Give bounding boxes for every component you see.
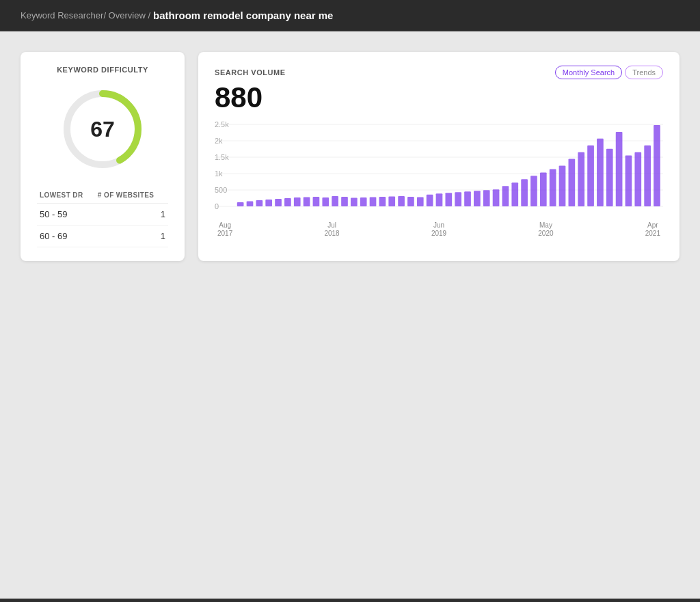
dr-col2-header: # OF WEBSITES: [95, 187, 168, 204]
chart-area: 2.5k 2k 1.5k 1k 500 0 Aug2017 Jul2018 Ju…: [215, 122, 663, 231]
chart-x-labels: Aug2017 Jul2018 Jun2019 May2020 Apr2021: [215, 221, 663, 238]
search-volume-card: SEARCH VOLUME Monthly Search Trends 880: [198, 52, 679, 261]
bar: [265, 200, 272, 206]
svg-text:2k: 2k: [215, 138, 223, 145]
bar: [569, 159, 576, 206]
keyword-difficulty-card: KEYWORD DIFFICULTY 67 LOWEST DR # OF WEB…: [21, 52, 185, 261]
bar: [540, 173, 547, 207]
bar: [625, 156, 632, 206]
bar: [284, 198, 291, 206]
bar: [483, 190, 490, 206]
bar: [474, 191, 481, 206]
main-content: KEYWORD DIFFICULTY 67 LOWEST DR # OF WEB…: [0, 31, 700, 599]
bar: [256, 200, 262, 206]
bar-chart: 2.5k 2k 1.5k 1k 500 0: [215, 122, 663, 217]
sv-number: 880: [215, 82, 663, 113]
gauge-svg: 67: [58, 85, 147, 174]
bar: [654, 125, 660, 206]
bar: [351, 198, 358, 206]
breadcrumb-bar: Keyword Researcher/ Overview / bathroom …: [0, 0, 700, 31]
bar: [417, 197, 424, 206]
widgets-row: KEYWORD DIFFICULTY 67 LOWEST DR # OF WEB…: [21, 52, 679, 261]
bar: [313, 197, 320, 206]
bar: [388, 197, 395, 206]
gauge-container: 67: [37, 85, 168, 174]
svg-text:1.5k: 1.5k: [215, 154, 229, 161]
sv-header: SEARCH VOLUME Monthly Search Trends: [215, 66, 663, 79]
chart-label-1: Jul2018: [324, 221, 339, 238]
bar: [445, 193, 452, 206]
dr-table: LOWEST DR # OF WEBSITES 50 - 59 1 60 - 6…: [37, 187, 168, 247]
bar: [502, 186, 509, 206]
bar: [407, 197, 414, 206]
sv-title: SEARCH VOLUME: [215, 68, 286, 77]
bar: [521, 180, 528, 207]
kd-score: 67: [90, 117, 115, 141]
breadcrumb-keyword: bathroom remodel company near me: [153, 10, 333, 21]
bar: [332, 196, 338, 206]
bar: [341, 197, 348, 206]
bar: [455, 192, 461, 206]
svg-text:500: 500: [215, 187, 227, 194]
bar: [597, 139, 604, 206]
chart-label-4: Apr2021: [645, 221, 660, 238]
kd-title: KEYWORD DIFFICULTY: [37, 66, 168, 74]
bar: [606, 149, 613, 206]
bar: [237, 202, 244, 206]
svg-text:1k: 1k: [215, 171, 223, 178]
bar: [511, 182, 518, 206]
bar: [436, 193, 443, 206]
bar: [493, 189, 500, 206]
tabs-bar: SERP Overview Traffic Share by Domains: [21, 599, 679, 602]
bar: [550, 169, 556, 207]
bar: [587, 146, 594, 206]
bar: [427, 195, 433, 206]
bar: [578, 152, 584, 206]
chart-label-2: Jun2019: [431, 221, 446, 238]
bar: [322, 197, 329, 206]
breadcrumb-base: Keyword Researcher/ Overview /: [21, 10, 150, 20]
tab-monthly-search[interactable]: Monthly Search: [555, 66, 622, 79]
tab-trends[interactable]: Trends: [625, 66, 663, 79]
bar: [398, 196, 405, 206]
bar: [644, 146, 651, 206]
dr-col1-header: LOWEST DR: [37, 187, 95, 204]
svg-text:2.5k: 2.5k: [215, 122, 229, 128]
bar: [530, 176, 537, 207]
chart-label-3: May2020: [538, 221, 553, 238]
dr-range: 60 - 69: [37, 225, 95, 247]
dr-range: 50 - 59: [37, 204, 95, 225]
bar: [247, 202, 254, 206]
dr-table-row: 60 - 69 1: [37, 225, 168, 247]
svg-text:0: 0: [215, 204, 219, 210]
dr-table-row: 50 - 59 1: [37, 204, 168, 225]
bar: [360, 197, 367, 206]
bar: [559, 166, 566, 207]
bar: [634, 152, 641, 206]
chart-label-0: Aug2017: [217, 221, 232, 238]
sv-tabs: Monthly Search Trends: [555, 66, 663, 79]
bar: [294, 197, 301, 206]
tabs-section: SERP Overview Traffic Share by Domains: [0, 599, 700, 602]
bar: [464, 191, 471, 206]
bar: [370, 197, 377, 206]
dr-count: 1: [95, 225, 168, 247]
bar: [616, 132, 623, 206]
bar: [304, 197, 310, 206]
bar: [275, 199, 282, 206]
dr-count: 1: [95, 204, 168, 225]
bar: [379, 197, 386, 206]
